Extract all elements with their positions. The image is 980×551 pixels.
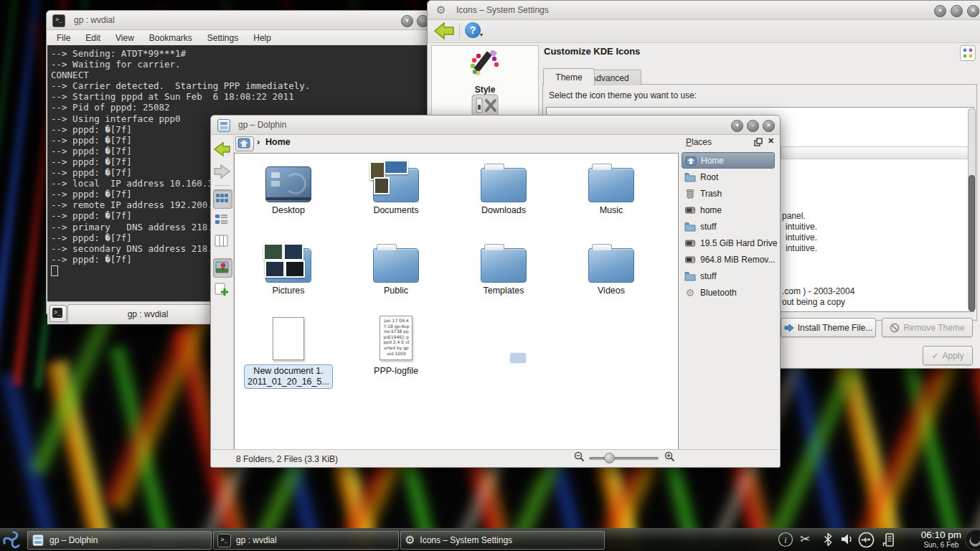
details-view-button[interactable] [213, 211, 231, 229]
folder-item-music[interactable]: Music [557, 158, 665, 215]
folder-item-videos[interactable]: Videos [557, 238, 665, 296]
folder-item-downloads[interactable]: Downloads [450, 158, 557, 215]
device-notifier-icon[interactable] [881, 532, 895, 548]
places-item-stuff-2[interactable]: stuff [682, 268, 778, 283]
float-panel-icon[interactable] [754, 138, 763, 146]
minimize-button[interactable]: ▾ [401, 15, 413, 27]
folder-item-pictures[interactable]: Pictures [235, 238, 342, 296]
zoom-slider-knob[interactable] [604, 453, 615, 463]
digital-clock[interactable]: 06:10 pm Sun, 6 Feb [921, 529, 961, 549]
task-button-wvdial[interactable]: >_ gp : wvdial [213, 531, 399, 550]
terminal-tab[interactable]: gp : wvdial [67, 304, 228, 324]
places-item-stuff[interactable]: stuff [682, 219, 778, 234]
folder-item-public[interactable]: Public [342, 238, 450, 296]
places-label: home [700, 205, 722, 215]
help-button[interactable]: ? [465, 22, 481, 38]
places-title: Places [686, 137, 712, 147]
dolphin-statusbar: 8 Folders, 2 Files (3.3 KiB) [212, 449, 779, 467]
dolphin-titlebar[interactable]: gp – Dolphin ▾ ○ ✕ [211, 116, 780, 135]
maximize-button[interactable]: ○ [951, 5, 963, 17]
menu-help[interactable]: Help [253, 33, 271, 43]
klipper-scissors-icon[interactable]: ✂ [800, 532, 810, 547]
places-item-bluetooth[interactable]: ⚙ Bluetooth [682, 285, 778, 300]
dolphin-window: gp – Dolphin ▾ ○ ✕ › Home [210, 115, 781, 468]
dolphin-title: gp – Dolphin [238, 120, 286, 130]
apply-button[interactable]: ✓ Apply [923, 346, 973, 365]
terminal-line: --> Starting pppd at Sun Feb 6 18:08:22 … [51, 91, 430, 102]
folder-item-documents[interactable]: Documents [342, 158, 450, 215]
menu-edit[interactable]: Edit [85, 33, 100, 43]
terminal-line: --> Pid of pppd: 25082 [51, 102, 430, 113]
close-panel-icon[interactable]: ✕ [768, 136, 774, 146]
task-button-system-settings[interactable]: ⚙ Icons – System Settings [400, 531, 605, 550]
drag-ghost-artifact [510, 353, 526, 363]
remove-theme-label: Remove Theme [903, 323, 964, 333]
places-item-home-partition[interactable]: home [682, 202, 778, 217]
tools-icon [471, 93, 499, 118]
places-item-trash[interactable]: Trash [682, 186, 778, 201]
places-label: Root [700, 172, 718, 182]
theme-description-fragment: out being a copy [782, 297, 845, 307]
terminal-menubar: File Edit View Bookmarks Settings Help [47, 30, 434, 45]
remove-theme-button[interactable]: Remove Theme [882, 318, 973, 337]
menu-file[interactable]: File [57, 33, 70, 43]
bluetooth-icon[interactable] [822, 532, 834, 547]
folder-item-desktop[interactable]: Desktop [235, 158, 342, 215]
menu-view[interactable]: View [116, 33, 134, 43]
task-button-dolphin[interactable]: gp – Dolphin [27, 531, 212, 550]
terminal-icon: >_ [52, 14, 65, 27]
folder-icon [481, 248, 527, 283]
volume-icon[interactable] [840, 533, 854, 545]
zoom-slider-track[interactable] [589, 457, 659, 460]
places-label: stuff [700, 222, 716, 232]
file-item-ppp-logfile[interactable]: Jan 17 09:4 7:18 gp-Asp ire-5738 pp pd[1… [342, 313, 450, 376]
columns-view-button[interactable] [213, 232, 231, 250]
file-item-new-document[interactable]: New document 1.2011_01_20_16_5... [235, 313, 342, 389]
zoom-out-icon[interactable] [574, 451, 585, 462]
folder-label: Templates [450, 286, 557, 296]
home-folder-icon[interactable] [235, 136, 254, 151]
forward-button[interactable] [213, 163, 231, 181]
places-label: Bluetooth [700, 288, 737, 298]
install-theme-button[interactable]: Install Theme File... [781, 318, 876, 337]
dolphin-file-view[interactable]: Desktop Documents Downloads Music [234, 153, 679, 451]
selected-theme-row[interactable] [781, 146, 970, 159]
system-settings-titlebar[interactable]: ⚙ Icons – System Settings ▾ ○ ✕ [428, 1, 980, 20]
places-item-home[interactable]: Home [682, 152, 775, 169]
colored-dots-icon[interactable] [960, 45, 976, 61]
dolphin-view-icon [217, 119, 230, 132]
launcher-button[interactable] [2, 530, 22, 550]
style-icon [468, 50, 501, 80]
detach-tab-button[interactable]: >_ [50, 305, 67, 322]
minimize-button[interactable]: ▾ [934, 5, 946, 17]
help-dropdown-icon[interactable]: ▾ [480, 32, 483, 38]
icons-view-button[interactable] [213, 189, 232, 209]
preview-toggle-button[interactable] [213, 258, 232, 278]
close-button[interactable]: ✕ [763, 120, 775, 132]
breadcrumb-home[interactable]: Home [265, 137, 291, 147]
tab-theme[interactable]: Theme [543, 68, 595, 85]
places-item-root[interactable]: Root [682, 169, 778, 184]
folder-item-templates[interactable]: Templates [450, 238, 557, 296]
menu-settings[interactable]: Settings [207, 33, 238, 43]
close-button[interactable]: ✕ [967, 5, 979, 17]
clock-time: 06:10 pm [921, 529, 961, 541]
back-button[interactable] [213, 141, 231, 159]
notifications-icon[interactable]: i [778, 532, 793, 547]
panel-cashew-icon[interactable] [965, 529, 980, 551]
places-item-removable[interactable]: 964.8 MiB Remov... [682, 252, 778, 267]
breadcrumb-separator-icon: › [257, 136, 260, 147]
usb-device-icon[interactable] [858, 532, 875, 548]
terminal-line: --> Carrier detected. Starting PPP immed… [51, 80, 430, 91]
menu-bookmarks[interactable]: Bookmarks [149, 33, 192, 43]
theme-list-scrollbar[interactable] [968, 108, 976, 311]
scrollbar-thumb[interactable] [969, 175, 975, 311]
split-view-button[interactable] [213, 281, 231, 299]
zoom-in-icon[interactable] [664, 451, 675, 462]
back-button[interactable] [433, 22, 455, 40]
minimize-button[interactable]: ▾ [731, 120, 743, 132]
maximize-button[interactable]: ○ [747, 120, 759, 132]
places-item-hard-drive[interactable]: 19.5 GiB Hard Drive [682, 235, 778, 250]
sidebar-item-style[interactable]: Style [432, 50, 538, 95]
terminal-titlebar[interactable]: >_ gp : wvdial ▾ ○ ✕ [47, 11, 434, 30]
